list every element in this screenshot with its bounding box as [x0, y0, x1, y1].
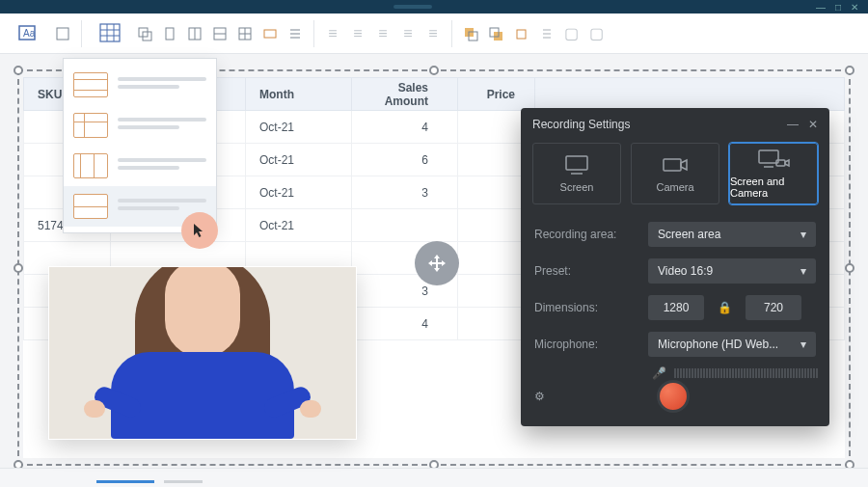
mode-screen-and-camera[interactable]: Screen and Camera [729, 143, 818, 204]
table-menu-trigger[interactable] [90, 16, 130, 51]
overlap-icon[interactable] [134, 23, 155, 44]
label-recording-area: Recording area: [534, 228, 638, 241]
panel-minimize-icon[interactable]: — [787, 118, 799, 131]
microphone-select[interactable]: Microphone (HD Web... ▾ [648, 332, 816, 357]
mode-label: Camera [656, 181, 693, 193]
select-value: Microphone (HD Web... [658, 338, 778, 351]
align-1-icon[interactable]: ≡ [322, 23, 343, 44]
webcam-preview[interactable] [48, 266, 357, 440]
header-sales[interactable]: Sales Amount [352, 78, 458, 111]
svg-rect-10 [166, 28, 174, 40]
style-desc [118, 199, 206, 214]
style-thumb-icon [73, 72, 108, 97]
height-input[interactable]: 720 [746, 295, 801, 320]
sheet-tabs-strip[interactable] [0, 468, 868, 487]
cell[interactable]: 4 [352, 308, 458, 340]
select-value: Video 16:9 [658, 264, 713, 278]
record-button[interactable] [657, 380, 690, 413]
style-thumb-icon [73, 113, 108, 138]
dropdown-item[interactable] [64, 65, 216, 105]
select-value: Screen area [658, 228, 720, 241]
indent-icon[interactable] [535, 23, 556, 44]
header-month[interactable]: Month [246, 78, 352, 111]
window-close[interactable]: ✕ [851, 2, 858, 13]
align-3-icon[interactable]: ≡ [372, 23, 393, 44]
dropdown-item[interactable] [64, 146, 216, 186]
list-icon[interactable] [285, 23, 306, 44]
resize-handle[interactable] [14, 66, 23, 75]
header-price[interactable]: Price [458, 78, 535, 111]
mode-label: Screen [560, 181, 594, 193]
format-icon[interactable] [52, 23, 73, 44]
preset-select[interactable]: Video 16:9 ▾ [648, 258, 816, 284]
svg-rect-2 [57, 28, 68, 40]
dropdown-item[interactable] [64, 105, 216, 146]
cell[interactable]: Oct-21 [246, 144, 352, 176]
header-blank[interactable] [535, 78, 845, 111]
grid-icon[interactable] [234, 23, 256, 44]
arrange-icon[interactable] [510, 23, 531, 44]
cursor-highlight [181, 212, 218, 249]
svg-rect-3 [100, 24, 120, 41]
sheet-tab[interactable] [164, 480, 203, 483]
cell[interactable]: Oct-21 [246, 176, 352, 209]
cell[interactable]: 3 [352, 176, 458, 209]
window-drag-handle[interactable] [393, 5, 432, 9]
column-icon[interactable] [159, 23, 180, 44]
cell[interactable]: Oct-21 [246, 111, 352, 144]
mode-camera[interactable]: Camera [631, 143, 719, 204]
active-sheet-tab[interactable] [96, 480, 154, 483]
resize-handle[interactable] [429, 66, 439, 75]
text-style-icon[interactable]: Aa [8, 16, 48, 51]
label-microphone: Microphone: [534, 338, 638, 351]
disabled-1-icon: ▢ [560, 23, 582, 44]
align-2-icon[interactable]: ≡ [347, 23, 368, 44]
align-4-icon[interactable]: ≡ [397, 23, 419, 44]
cell[interactable]: 6 [352, 144, 458, 176]
svg-rect-26 [517, 30, 526, 39]
bring-front-icon[interactable] [460, 23, 481, 44]
move-overlay-handle[interactable] [415, 241, 459, 285]
svg-rect-30 [566, 156, 587, 170]
split-v-icon[interactable] [184, 23, 205, 44]
mode-label: Screen and Camera [730, 176, 817, 199]
style-desc [118, 77, 206, 93]
cell[interactable]: Oct-21 [246, 209, 352, 242]
resize-handle[interactable] [845, 263, 854, 273]
recording-area-select[interactable]: Screen area ▾ [648, 222, 816, 247]
svg-text:Aa: Aa [23, 28, 36, 39]
panel-title: Recording Settings [532, 118, 630, 131]
cell[interactable] [352, 209, 458, 242]
split-h-icon[interactable] [209, 23, 231, 44]
width-input[interactable]: 1280 [648, 295, 704, 320]
cell[interactable]: 4 [352, 111, 458, 144]
chevron-down-icon: ▾ [800, 338, 806, 351]
recording-settings-panel[interactable]: Recording Settings — ✕ Screen Camera Scr… [521, 108, 829, 426]
svg-rect-18 [264, 30, 276, 38]
style-desc [118, 118, 206, 133]
svg-rect-32 [664, 159, 681, 171]
panel-close-icon[interactable]: ✕ [808, 118, 818, 131]
resize-handle[interactable] [845, 66, 854, 75]
chevron-down-icon: ▾ [800, 264, 806, 278]
style-thumb-icon [73, 153, 108, 178]
mode-screen[interactable]: Screen [532, 143, 621, 204]
style-desc [118, 158, 206, 174]
label-dimensions: Dimensions: [534, 301, 638, 314]
resize-handle[interactable] [14, 263, 23, 273]
window-maximize[interactable]: □ [835, 2, 841, 13]
send-back-icon[interactable] [485, 23, 506, 44]
table-style-dropdown[interactable] [63, 58, 217, 233]
window-titlebar: — □ ✕ [0, 0, 868, 14]
lock-aspect-icon[interactable]: 🔒 [714, 301, 736, 314]
window-minimize[interactable]: — [816, 2, 826, 13]
align-5-icon[interactable]: ≡ [422, 23, 444, 44]
style-thumb-icon [73, 194, 108, 219]
chevron-down-icon: ▾ [800, 228, 806, 241]
disabled-2-icon: ▢ [585, 23, 607, 44]
svg-rect-33 [759, 150, 778, 163]
ribbon-toolbar: Aa ≡ ≡ ≡ ≡ ≡ ▢ ▢ [0, 14, 868, 54]
label-preset: Preset: [534, 264, 638, 278]
ratio-icon[interactable] [259, 23, 281, 44]
settings-gear-icon[interactable]: ⚙ [534, 390, 545, 403]
